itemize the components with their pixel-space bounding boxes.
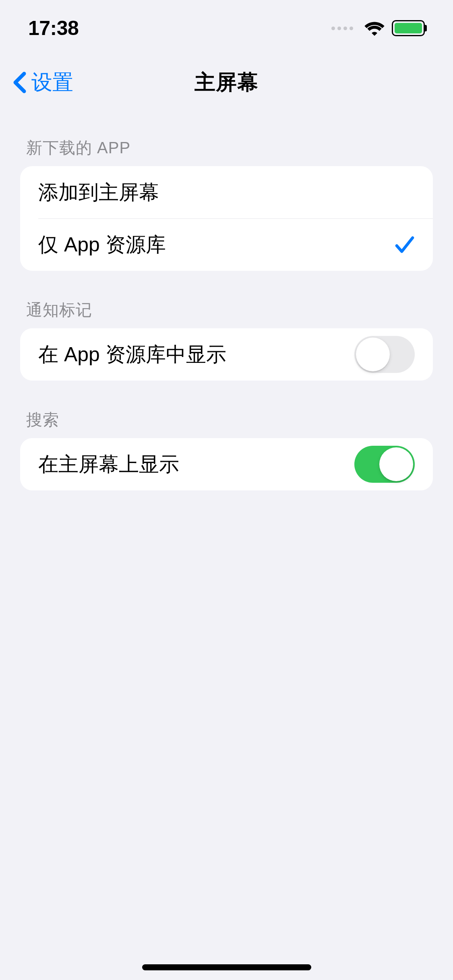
group-search: 在主屏幕上显示 [20,438,433,490]
section-header-badges: 通知标记 [20,271,433,328]
back-label: 设置 [31,68,73,97]
toggle-label: 在 App 资源库中显示 [38,341,226,368]
option-label: 添加到主屏幕 [38,179,159,206]
page-title: 主屏幕 [194,68,259,97]
cellular-dots-icon [331,27,353,30]
status-icons [331,20,425,36]
chevron-left-icon [12,71,27,94]
option-label: 仅 App 资源库 [38,231,166,258]
group-badges: 在 App 资源库中显示 [20,328,433,381]
section-header-new-downloads: 新下载的 APP [20,109,433,166]
toggle-row-show-on-home: 在主屏幕上显示 [20,438,433,490]
toggle-app-library-badges[interactable] [354,336,415,373]
home-indicator[interactable] [142,964,311,970]
section-header-search: 搜索 [20,381,433,438]
status-time: 17:38 [28,16,79,40]
toggle-show-on-home[interactable] [354,446,415,483]
toggle-label: 在主屏幕上显示 [38,451,179,478]
nav-bar: 设置 主屏幕 [0,56,453,109]
back-button[interactable]: 设置 [12,68,73,97]
checkmark-icon [395,235,415,255]
battery-icon [392,20,425,36]
wifi-icon [364,21,385,36]
toggle-row-app-library-badges: 在 App 资源库中显示 [20,328,433,381]
group-new-downloads: 添加到主屏幕 仅 App 资源库 [20,166,433,271]
status-bar: 17:38 [0,0,453,56]
option-add-to-home[interactable]: 添加到主屏幕 [20,166,433,218]
option-app-library-only[interactable]: 仅 App 资源库 [38,218,433,271]
